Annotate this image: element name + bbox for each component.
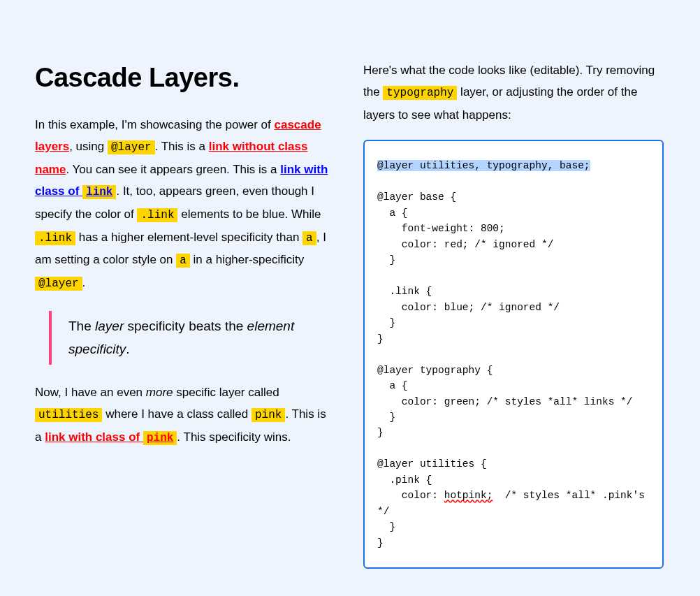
text: . <box>126 342 129 356</box>
code-pink: pink <box>251 408 285 422</box>
code-at-layer: @layer <box>108 140 155 154</box>
code-at-layer: @layer <box>35 277 82 291</box>
text: specific layer called <box>173 386 279 399</box>
editor-column: Here's what the code looks like (editabl… <box>363 35 664 569</box>
blockquote: The layer specificity beats the element … <box>49 311 335 365</box>
text: , using <box>69 140 108 153</box>
text: The <box>68 319 95 333</box>
article-column: Cascade Layers. In this example, I'm sho… <box>35 35 335 569</box>
code-utilities: utilities <box>35 408 102 422</box>
link-with-class-pink[interactable]: link with class of pink <box>45 430 177 444</box>
text: has a higher element-level specificity t… <box>75 231 302 244</box>
text: . This specificity wins. <box>177 430 291 444</box>
text: elements to be blue. While <box>177 208 321 221</box>
code-editor[interactable]: @layer utilities, typography, base; @lay… <box>363 140 664 569</box>
editor-intro: Here's what the code looks like (editabl… <box>363 59 664 126</box>
emphasis-more: more <box>146 386 173 399</box>
page-title: Cascade Layers. <box>35 63 335 93</box>
selected-line[interactable]: @layer utilities, typography, base; <box>377 160 590 171</box>
spellcheck-squiggle[interactable]: hotpink; <box>444 490 493 501</box>
code-body[interactable]: @layer base { a { font-weight: 800; colo… <box>377 191 632 501</box>
paragraph-1: In this example, I'm showcasing the powe… <box>35 114 335 294</box>
emphasis-layer: layer <box>95 319 124 333</box>
text: . <box>82 276 86 289</box>
text: specificity beats the <box>124 319 247 333</box>
code-a: a <box>302 231 316 245</box>
code-a: a <box>176 254 190 268</box>
text: . This is a <box>155 140 209 153</box>
text: . You can see it appears green. This is … <box>66 163 280 176</box>
text: where I have a class called <box>102 407 251 421</box>
text: in a higher-specificity <box>190 253 304 266</box>
code-pink: pink <box>143 431 177 445</box>
link-text: link with class of <box>45 430 143 444</box>
code-dot-link: .link <box>35 231 75 245</box>
code-link: link <box>82 185 116 199</box>
code-dot-link: .link <box>137 208 177 222</box>
text: In this example, I'm showcasing the powe… <box>35 118 274 131</box>
code-typography: typography <box>383 86 457 100</box>
text: Now, I have an even <box>35 386 146 399</box>
paragraph-2: Now, I have an even more specific layer … <box>35 381 335 449</box>
